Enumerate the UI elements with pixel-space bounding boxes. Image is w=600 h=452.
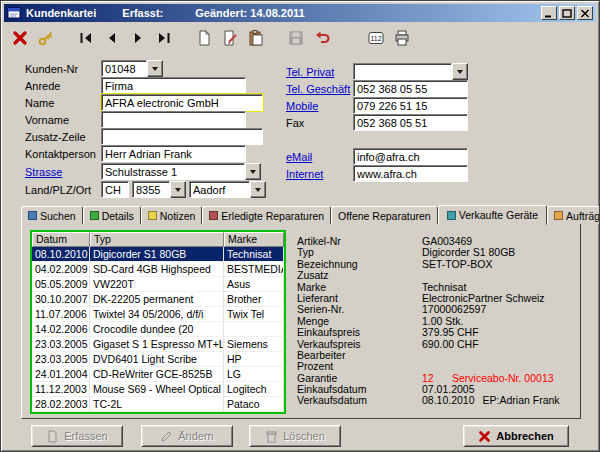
strasse-link-label[interactable]: Strasse xyxy=(25,166,62,178)
detail-label: Lieferant xyxy=(297,293,422,304)
detail-row: Verkaufsdatum08.10.2010EP:Adrian Frank xyxy=(297,395,581,406)
tab-label: Erledigte Reparaturen xyxy=(221,210,324,222)
land-input[interactable] xyxy=(101,181,129,198)
tel-geschaeft-input[interactable] xyxy=(353,80,468,97)
mobile-link-label[interactable]: Mobile xyxy=(286,100,318,112)
fax-input[interactable] xyxy=(353,114,468,131)
kunden-nr-dropdown-button[interactable] xyxy=(147,60,163,77)
close-icon xyxy=(580,9,590,18)
minimize-button[interactable] xyxy=(541,6,557,20)
edit-key-button[interactable] xyxy=(34,26,58,49)
table-row[interactable]: 04.02.2009SD-Card 4GB HighspeedBESTMEDIA… xyxy=(32,262,284,277)
table-row[interactable]: 11.07.2006Twixtel 34 05/2006, d/f/iTwix … xyxy=(32,307,284,322)
detail-row: Zusatz xyxy=(297,270,581,281)
previous-record-button[interactable] xyxy=(100,26,124,49)
save-icon xyxy=(287,29,305,47)
name-input[interactable] xyxy=(101,94,263,111)
tel-geschaeft-link-label[interactable]: Tel. Geschäft xyxy=(286,83,350,95)
undo-button[interactable] xyxy=(310,26,334,49)
aendern-label: Ändern xyxy=(178,430,213,442)
loeschen-button[interactable]: Löschen xyxy=(249,425,341,447)
tab-offene-reparaturen[interactable]: Offene Reparaturen xyxy=(331,206,438,224)
tab-verkaufte-geraete[interactable]: Verkaufte Geräte xyxy=(438,205,547,225)
aendern-icon xyxy=(160,430,173,443)
detail-label: Menge xyxy=(297,316,422,327)
strasse-combo xyxy=(101,163,261,180)
table-cell: TC-2L xyxy=(90,397,224,412)
new-document-button[interactable] xyxy=(192,26,216,49)
emergency-112-button[interactable]: 112 xyxy=(364,26,388,49)
strasse-dropdown-button[interactable] xyxy=(245,163,261,180)
table-cell: 08.10.2010 xyxy=(32,247,90,262)
vorname-input[interactable] xyxy=(101,111,246,128)
abbrechen-x-icon xyxy=(478,430,491,443)
tab-details[interactable]: Details xyxy=(83,206,141,224)
aendern-button[interactable]: Ändern xyxy=(141,425,233,447)
plz-dropdown-button[interactable] xyxy=(170,181,186,198)
table-row[interactable]: 24.01.2004CD-ReWriter GCE-8525BLG xyxy=(32,367,284,382)
table-row[interactable]: 30.10.2007DK-22205 permanentBrother xyxy=(32,292,284,307)
table-row[interactable]: 23.03.2005Gigaset S 1 Espresso MT+LSieme… xyxy=(32,337,284,352)
tab-suchen[interactable]: Suchen xyxy=(21,206,83,224)
erfassen-button[interactable]: Erfassen xyxy=(31,425,123,447)
detail-extra: EP:Adrian Frank xyxy=(483,395,560,406)
tel-privat-dropdown-button[interactable] xyxy=(452,63,468,80)
maximize-button[interactable] xyxy=(559,6,575,20)
column-header-marke[interactable]: Marke xyxy=(224,232,284,247)
name-label: Name xyxy=(25,97,54,109)
tab-erledigte-reparaturen[interactable]: Erledigte Reparaturen xyxy=(202,206,331,224)
tab-label: Verkaufte Geräte xyxy=(459,209,538,221)
detail-label: Einkaufsdatum xyxy=(297,384,422,395)
detail-label: Garantie xyxy=(297,373,422,384)
email-input[interactable] xyxy=(353,148,468,165)
edit-document-button[interactable] xyxy=(218,26,242,49)
next-record-button[interactable] xyxy=(126,26,150,49)
table-cell: Asus xyxy=(224,277,284,292)
table-row[interactable]: 05.05.2009VW220TAsus xyxy=(32,277,284,292)
save-button[interactable] xyxy=(284,26,308,49)
table-row[interactable]: 23.03.2005DVD6401 Light ScribeHP xyxy=(32,352,284,367)
paste-button[interactable] xyxy=(244,26,268,49)
close-button[interactable] xyxy=(577,6,593,20)
tel-privat-link-label[interactable]: Tel. Privat xyxy=(286,66,334,78)
detail-row: Einkaufsdatum07.01.2005 xyxy=(297,384,581,395)
strasse-input[interactable] xyxy=(101,163,245,180)
detail-value: 17000062597 xyxy=(422,304,486,315)
ort-input[interactable] xyxy=(189,181,250,198)
last-record-button[interactable] xyxy=(152,26,176,49)
tab-auftraege-zeigen[interactable]: Aufträge zeigen xyxy=(547,206,600,224)
table-row[interactable]: 28.02.2003TC-2LPataco xyxy=(32,397,284,412)
internet-input[interactable] xyxy=(353,165,468,182)
sales-table[interactable]: DatumTypMarke08.10.2010Digicorder S1 80G… xyxy=(30,230,286,414)
kontaktperson-input[interactable] xyxy=(101,145,246,162)
abbrechen-button[interactable]: Abbrechen xyxy=(463,425,569,447)
anrede-input[interactable] xyxy=(101,77,246,94)
zusatz-zeile-input[interactable] xyxy=(101,128,263,145)
erfasst-label: Erfasst: xyxy=(122,7,163,19)
tel-privat-input[interactable] xyxy=(353,63,452,80)
print-button[interactable] xyxy=(390,26,414,49)
table-cell: 30.10.2007 xyxy=(32,292,90,307)
email-link-label[interactable]: eMail xyxy=(286,151,312,163)
table-row[interactable]: 08.10.2010Digicorder S1 80GBTechnisat xyxy=(32,247,284,262)
mobile-input[interactable] xyxy=(353,97,468,114)
first-record-button[interactable] xyxy=(74,26,98,49)
column-header-typ[interactable]: Typ xyxy=(90,232,224,247)
detail-value: SET-TOP-BOX xyxy=(422,259,492,270)
svg-text:112: 112 xyxy=(370,35,381,42)
table-cell: Twix Tel xyxy=(224,307,284,322)
tab-strip: SuchenDetailsNotizenErledigte Reparature… xyxy=(21,204,600,224)
table-row[interactable]: 11.12.2003Mouse S69 - Wheel OpticalLogit… xyxy=(32,382,284,397)
delete-icon xyxy=(11,29,29,47)
column-header-datum[interactable]: Datum xyxy=(32,232,90,247)
new-document-icon xyxy=(195,29,213,47)
delete-record-button[interactable] xyxy=(8,26,32,49)
table-row[interactable]: 14.02.2006Crocodile dundee (20 xyxy=(32,322,284,337)
kunden-nr-input[interactable] xyxy=(101,60,147,77)
plz-input[interactable] xyxy=(132,181,170,198)
tab-notizen[interactable]: Notizen xyxy=(141,206,203,224)
last-record-icon xyxy=(156,30,172,46)
table-cell: CD-ReWriter GCE-8525B xyxy=(90,367,224,382)
ort-dropdown-button[interactable] xyxy=(250,181,266,198)
internet-link-label[interactable]: Internet xyxy=(286,168,323,180)
